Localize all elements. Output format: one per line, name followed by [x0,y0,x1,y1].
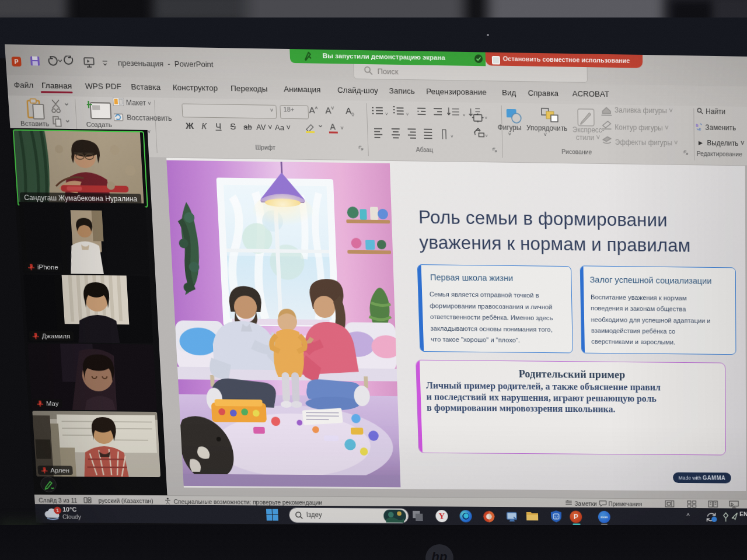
svg-text:˅: ˅ [484,116,487,121]
svg-text:˅: ˅ [385,111,388,117]
svg-text:˅: ˅ [485,134,488,139]
svg-text:˅: ˅ [406,112,409,117]
svg-text:1: 1 [56,508,59,513]
svg-text:˅: ˅ [463,113,466,118]
svg-text:˅: ˅ [451,134,453,139]
svg-text:c: c [699,127,701,131]
